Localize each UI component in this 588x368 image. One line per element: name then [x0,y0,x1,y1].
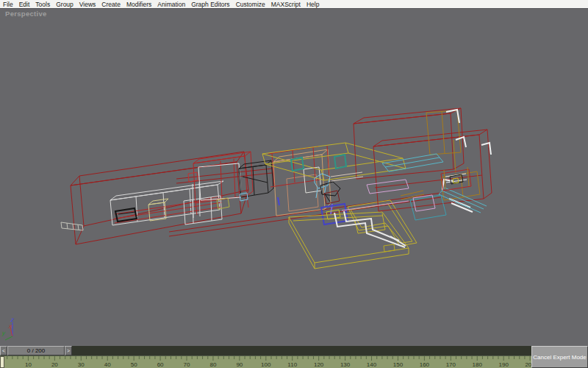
svg-text:10: 10 [25,361,32,368]
menu-item-create[interactable]: Create [98,1,123,8]
svg-text:80: 80 [209,361,216,368]
menu-item-animation[interactable]: Animation [154,1,188,8]
menu-item-help[interactable]: Help [304,1,322,8]
svg-text:20: 20 [51,361,58,368]
track-bar[interactable]: 1020304050607080901001101201301401501601… [0,355,588,368]
svg-text:140: 140 [367,361,377,368]
menu-item-modifiers[interactable]: Modifiers [123,1,154,8]
menu-bar: FileEditToolsGroupViewsCreateModifiersAn… [0,0,588,9]
menu-item-graph-editors[interactable]: Graph Editors [188,1,232,8]
svg-text:120: 120 [314,361,324,368]
wireframe-model: z x y [0,9,588,346]
y-axis-line [5,336,12,340]
cancel-expert-mode-button[interactable]: Cancel Expert Mode [531,346,588,368]
svg-text:190: 190 [498,361,509,368]
menu-item-maxscript[interactable]: MAXScript [268,1,304,8]
time-slider-bar: < 0 / 200 > [0,346,588,355]
svg-text:60: 60 [157,361,164,368]
current-frame-marker[interactable] [0,356,4,368]
svg-text:40: 40 [104,361,111,368]
svg-text:180: 180 [473,361,483,368]
menu-item-edit[interactable]: Edit [16,1,33,8]
time-prev-button[interactable]: < [0,346,7,355]
svg-text:90: 90 [236,361,243,368]
svg-text:130: 130 [340,361,351,368]
viewport-perspective[interactable]: z x y Perspective [0,9,588,346]
app-window: FileEditToolsGroupViewsCreateModifiersAn… [0,0,588,368]
y-axis-label: y [1,330,6,336]
svg-text:170: 170 [446,361,456,368]
menu-item-tools[interactable]: Tools [32,1,53,8]
svg-text:160: 160 [420,361,430,368]
svg-text:150: 150 [393,361,404,368]
svg-text:100: 100 [261,361,271,368]
svg-text:110: 110 [287,361,297,368]
x-axis-label: x [8,323,12,330]
menu-item-file[interactable]: File [0,1,16,8]
svg-text:30: 30 [78,361,85,368]
menu-item-group[interactable]: Group [53,1,76,8]
time-slider-track[interactable] [72,346,588,355]
menu-item-customize[interactable]: Customize [233,1,268,8]
svg-text:70: 70 [184,361,190,368]
track-bar-ruler: 1020304050607080901001101201301401501601… [0,356,588,368]
time-slider-handle[interactable]: 0 / 200 [7,346,65,355]
viewport-label: Perspective [5,10,47,18]
menu-item-views[interactable]: Views [76,1,99,8]
axis-gizmo: z x y [1,316,14,340]
wireframe-shapes [61,108,492,269]
svg-text:50: 50 [131,361,137,368]
time-next-button[interactable]: > [65,346,72,355]
z-axis-label: z [10,316,14,323]
